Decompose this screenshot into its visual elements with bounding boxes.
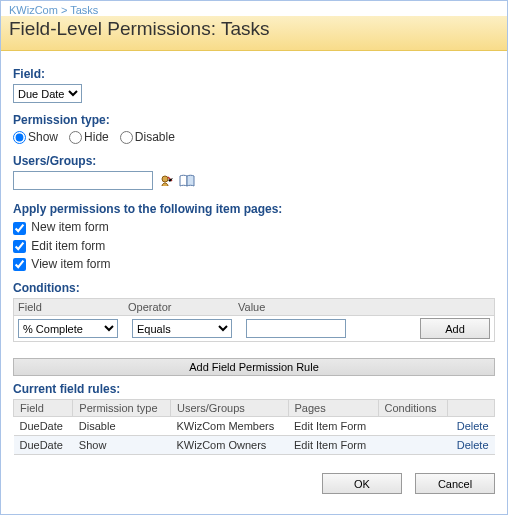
rules-table: Field Permission type Users/Groups Pages… [13,399,495,455]
cell-ptype: Disable [73,417,171,436]
radio-hide-label[interactable]: Hide [69,130,109,144]
ok-button[interactable]: OK [322,473,402,494]
cond-col-value: Value [238,301,358,313]
check-view-label[interactable]: View item form [13,257,110,271]
cond-col-field: Field [18,301,128,313]
cell-pages: Edit Item Form [288,436,378,455]
check-new-text: New item form [31,220,108,234]
cell-field: DueDate [14,436,73,455]
users-groups-input[interactable] [13,171,153,190]
check-edit-label[interactable]: Edit item form [13,239,105,253]
table-row: DueDate Disable KWizCom Members Edit Ite… [14,417,495,436]
check-new[interactable] [13,222,26,235]
apply-pages-label: Apply permissions to the following item … [13,202,495,216]
delete-link[interactable]: Delete [457,439,489,451]
cell-ptype: Show [73,436,171,455]
rules-col-cond: Conditions [378,400,448,417]
add-condition-button[interactable]: Add [420,318,490,339]
users-groups-label: Users/Groups: [13,154,495,168]
check-view-text: View item form [31,257,110,271]
rules-col-pages: Pages [288,400,378,417]
radio-show-label[interactable]: Show [13,130,58,144]
cell-pages: Edit Item Form [288,417,378,436]
cond-operator-select[interactable]: Equals [132,319,232,338]
field-label: Field: [13,67,495,81]
current-rules-label: Current field rules: [13,382,495,396]
radio-hide[interactable] [69,131,82,144]
check-view[interactable] [13,258,26,271]
check-names-icon[interactable] [159,174,173,188]
check-new-label[interactable]: New item form [13,220,109,234]
breadcrumb-link-root[interactable]: KWizCom [9,4,58,16]
breadcrumb-link-tasks[interactable]: Tasks [70,4,98,16]
field-select[interactable]: Due Date [13,84,82,103]
check-edit[interactable] [13,240,26,253]
cancel-button[interactable]: Cancel [415,473,495,494]
breadcrumb: KWizCom > Tasks [1,1,507,16]
cell-ug: KWizCom Members [170,417,288,436]
cond-field-select[interactable]: % Complete [18,319,118,338]
cell-cond [378,417,448,436]
breadcrumb-sep: > [61,4,67,16]
radio-show-text: Show [28,130,58,144]
conditions-label: Conditions: [13,281,495,295]
add-field-permission-rule-button[interactable]: Add Field Permission Rule [13,358,495,376]
browse-book-icon[interactable] [179,174,195,188]
delete-link[interactable]: Delete [457,420,489,432]
permission-type-label: Permission type: [13,113,495,127]
cond-value-input[interactable] [246,319,346,338]
radio-disable[interactable] [120,131,133,144]
table-row: DueDate Show KWizCom Owners Edit Item Fo… [14,436,495,455]
cell-ug: KWizCom Owners [170,436,288,455]
rules-col-ug: Users/Groups [170,400,288,417]
radio-disable-text: Disable [135,130,175,144]
radio-show[interactable] [13,131,26,144]
permission-type-group: Show Hide Disable [13,130,495,144]
rules-col-field: Field [14,400,73,417]
check-edit-text: Edit item form [31,239,105,253]
svg-point-0 [162,176,168,182]
rules-col-ptype: Permission type [73,400,171,417]
radio-hide-text: Hide [84,130,109,144]
page-header: Field-Level Permissions: Tasks [1,16,507,51]
radio-disable-label[interactable]: Disable [120,130,175,144]
cell-field: DueDate [14,417,73,436]
cond-col-operator: Operator [128,301,238,313]
cell-cond [378,436,448,455]
page-title: Field-Level Permissions: Tasks [9,18,499,40]
